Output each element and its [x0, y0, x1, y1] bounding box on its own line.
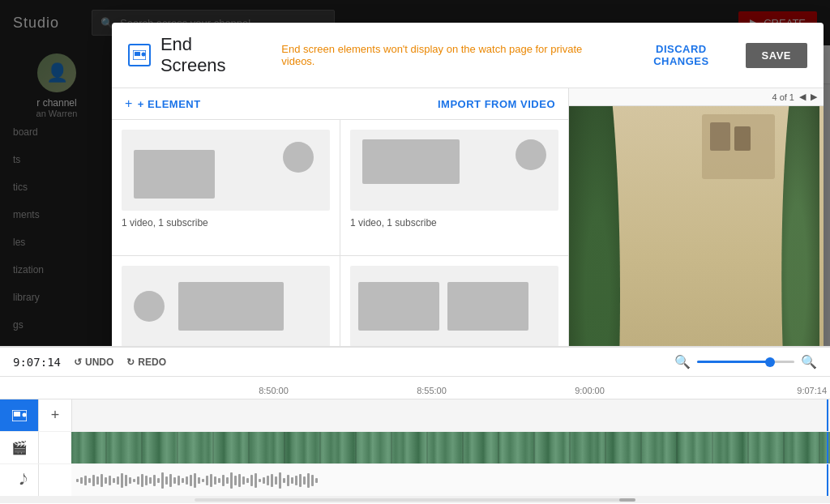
zoom-in-button[interactable]: 🔍 [801, 354, 817, 369]
scrollbar-thumb[interactable] [619, 498, 635, 502]
template-label-2: 1 video, 1 subscribe [350, 217, 437, 229]
dialog-header: End Screens End screen elements won't di… [112, 23, 824, 88]
video-track-icon: 🎬 [11, 440, 28, 455]
timeline-section: 9:07:14 ↺ UNDO ↻ REDO 🔍 🔍 8:50:00 8:55:0… [0, 346, 830, 504]
video-track-content [71, 432, 830, 463]
wave-bar [125, 475, 127, 486]
add-element-button[interactable]: + + ELEMENT [125, 96, 201, 111]
ruler-mark-2: 8:55:00 [353, 386, 511, 395]
wave-bar [283, 478, 285, 483]
svg-point-2 [141, 53, 145, 57]
wave-bar [291, 477, 293, 484]
dialog-actions: DISCARD CHANGES SAVE [627, 43, 807, 68]
template-subscribe-circle [283, 142, 314, 173]
zoom-slider-fill [697, 361, 770, 363]
import-from-video-button[interactable]: IMPORT FROM VIDEO [438, 98, 555, 110]
wave-bar [190, 475, 192, 486]
timeline-scrollbar[interactable] [0, 497, 830, 503]
wave-bar [157, 478, 160, 483]
wave-bar [96, 476, 99, 485]
wave-bar [165, 476, 168, 485]
wave-bar [259, 479, 261, 482]
wave-bar [218, 478, 220, 483]
wave-bar [222, 475, 225, 486]
timeline-ruler: 8:50:00 8:55:00 9:00:00 9:07:14 [0, 377, 830, 399]
prev-page-button[interactable]: ◀ [799, 92, 806, 102]
wave-bar [161, 472, 164, 489]
template-video-thumb [362, 139, 460, 184]
discard-changes-button[interactable]: DISCARD CHANGES [627, 43, 735, 67]
wave-bar [186, 476, 188, 485]
template-1-video-1-subscribe-a[interactable]: 1 video, 1 subscribe [112, 120, 340, 255]
wave-bar [137, 476, 139, 485]
video-track: 🎬 [0, 432, 830, 464]
wave-bar [178, 476, 180, 485]
redo-icon: ↻ [126, 357, 135, 368]
plus-icon: + [125, 96, 133, 111]
redo-button[interactable]: ↻ REDO [126, 357, 166, 368]
filmstrip-content [71, 432, 830, 463]
wave-bar [202, 479, 204, 482]
template-video-thumb [134, 150, 215, 199]
wave-bar [92, 475, 95, 486]
template-label-1: 1 video, 1 subscribe [122, 217, 208, 229]
template-video-thumb [178, 282, 284, 331]
wave-bar [141, 474, 143, 487]
template-preview-4 [350, 266, 558, 347]
wave-bar [198, 477, 200, 484]
wave-bar [80, 477, 83, 484]
zoom-slider[interactable] [697, 361, 794, 363]
template-subscribe-circle [134, 291, 165, 322]
save-button[interactable]: SAVE [746, 43, 807, 68]
wave-bar [287, 475, 289, 486]
wave-bar [279, 472, 281, 489]
ruler-mark-3: 9:00:00 [511, 386, 669, 395]
wave-bar [101, 474, 103, 487]
template-video-thumb-1 [358, 282, 439, 331]
wave-bar [113, 478, 115, 483]
end-screen-track-content [71, 399, 830, 431]
template-preview-3 [122, 266, 330, 347]
next-page-button[interactable]: ▶ [811, 92, 817, 102]
wave-bar [194, 473, 196, 488]
wave-bar [307, 473, 310, 488]
wave-bar [76, 479, 79, 482]
wave-bar [129, 477, 131, 484]
wave-bar [275, 476, 277, 485]
undo-button[interactable]: ↺ UNDO [74, 357, 113, 368]
zoom-slider-thumb[interactable] [765, 357, 775, 367]
dialog-title: End Screens [160, 34, 262, 76]
dialog-warning: End screen elements won't display on the… [281, 43, 617, 67]
ruler-marks: 8:50:00 8:55:00 9:00:00 9:07:14 [195, 386, 830, 395]
template-preview-2 [350, 130, 558, 211]
filmstrip [71, 432, 830, 463]
wave-bar [84, 476, 87, 485]
add-track-button[interactable]: + [39, 399, 71, 431]
video-nav-bar: 4 of 1 ◀ ▶ [569, 88, 824, 106]
zoom-out-button[interactable]: 🔍 [674, 354, 691, 369]
timeline-toolbar: 9:07:14 ↺ UNDO ↻ REDO 🔍 🔍 [0, 348, 830, 377]
shelf-item1 [710, 122, 730, 151]
wave-bar [109, 476, 111, 485]
wave-bar [271, 474, 273, 487]
wave-bar [230, 472, 233, 489]
ruler-mark-4: 9:07:14 [669, 386, 830, 395]
playhead-end-screen [827, 399, 828, 431]
wave-bar [242, 476, 245, 485]
page-info: 4 of 1 [772, 92, 794, 102]
audio-track-content [71, 464, 830, 496]
end-screen-track: + [0, 399, 830, 432]
template-1-video-1-subscribe-b[interactable]: 1 video, 1 subscribe [340, 120, 568, 255]
svg-rect-1 [135, 52, 140, 56]
template-subscribe-circle [516, 139, 546, 170]
wave-bar [299, 474, 302, 487]
wave-bar [182, 478, 184, 483]
svg-rect-4 [14, 412, 20, 416]
video-track-label: 🎬 [0, 432, 39, 463]
wave-bar [153, 475, 156, 486]
scrollbar-track[interactable] [195, 498, 635, 502]
wave-bar [250, 475, 253, 486]
wave-bar [169, 474, 172, 487]
wave-bar [121, 473, 123, 488]
wave-bar [226, 477, 229, 484]
